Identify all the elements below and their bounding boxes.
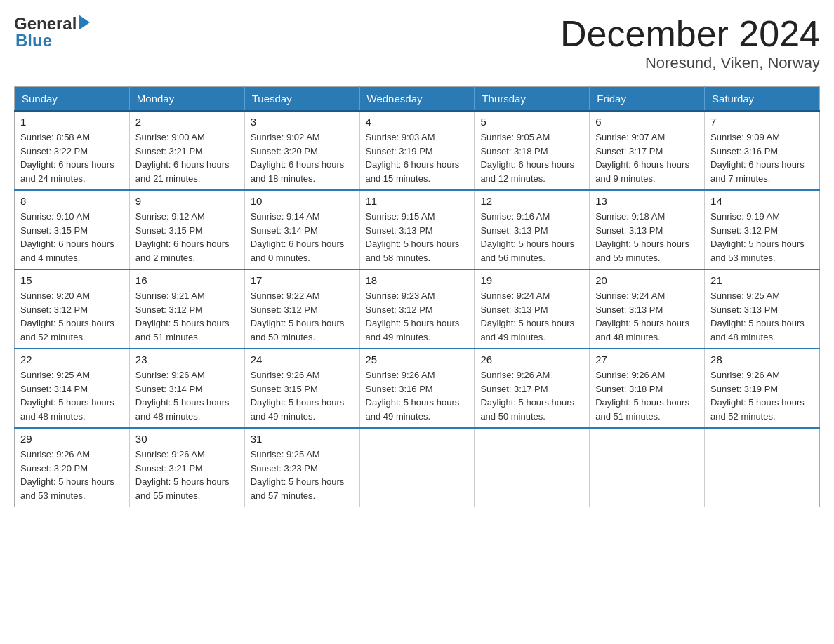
table-row: 14Sunrise: 9:19 AMSunset: 3:12 PMDayligh… [705, 190, 820, 269]
table-row [359, 428, 475, 507]
day-info: Sunrise: 9:07 AMSunset: 3:17 PMDaylight:… [595, 130, 699, 185]
table-row: 10Sunrise: 9:14 AMSunset: 3:14 PMDayligh… [244, 190, 359, 269]
table-row: 9Sunrise: 9:12 AMSunset: 3:15 PMDaylight… [129, 190, 244, 269]
day-number: 25 [366, 354, 469, 365]
table-row: 28Sunrise: 9:26 AMSunset: 3:19 PMDayligh… [705, 349, 820, 428]
day-info: Sunrise: 9:26 AMSunset: 3:20 PMDaylight:… [20, 448, 124, 502]
day-number: 29 [20, 433, 124, 445]
table-row: 16Sunrise: 9:21 AMSunset: 3:12 PMDayligh… [129, 269, 244, 349]
table-row [705, 428, 820, 507]
day-number: 19 [480, 274, 583, 286]
logo: General Blue [14, 14, 90, 51]
table-row: 20Sunrise: 9:24 AMSunset: 3:13 PMDayligh… [590, 269, 705, 349]
day-number: 23 [135, 354, 239, 365]
day-number: 8 [20, 195, 124, 207]
day-info: Sunrise: 9:19 AMSunset: 3:12 PMDaylight:… [710, 210, 814, 264]
day-info: Sunrise: 9:26 AMSunset: 3:17 PMDaylight:… [480, 368, 583, 423]
header-thursday: Thursday [475, 87, 590, 112]
day-info: Sunrise: 9:20 AMSunset: 3:12 PMDaylight:… [20, 289, 124, 344]
day-info: Sunrise: 9:16 AMSunset: 3:13 PMDaylight:… [480, 210, 583, 264]
page-header: General Blue December 2024 Noresund, Vik… [14, 14, 820, 72]
table-row: 3Sunrise: 9:02 AMSunset: 3:20 PMDaylight… [244, 111, 359, 190]
table-row: 23Sunrise: 9:26 AMSunset: 3:14 PMDayligh… [129, 349, 244, 428]
table-row: 29Sunrise: 9:26 AMSunset: 3:20 PMDayligh… [15, 428, 130, 507]
day-info: Sunrise: 9:22 AMSunset: 3:12 PMDaylight:… [251, 289, 354, 344]
day-number: 22 [20, 354, 124, 365]
day-number: 2 [135, 116, 239, 128]
day-info: Sunrise: 9:09 AMSunset: 3:16 PMDaylight:… [710, 130, 814, 185]
day-number: 16 [135, 274, 239, 286]
month-title: December 2024 [560, 14, 820, 54]
header-friday: Friday [590, 87, 705, 112]
table-row: 11Sunrise: 9:15 AMSunset: 3:13 PMDayligh… [359, 190, 475, 269]
day-number: 14 [710, 195, 814, 207]
day-info: Sunrise: 9:24 AMSunset: 3:13 PMDaylight:… [480, 289, 583, 344]
day-info: Sunrise: 9:26 AMSunset: 3:19 PMDaylight:… [710, 368, 814, 423]
day-info: Sunrise: 9:26 AMSunset: 3:18 PMDaylight:… [595, 368, 699, 423]
calendar-table: Sunday Monday Tuesday Wednesday Thursday… [14, 86, 820, 507]
table-row: 5Sunrise: 9:05 AMSunset: 3:18 PMDaylight… [475, 111, 590, 190]
day-number: 12 [480, 195, 583, 207]
table-row [475, 428, 590, 507]
header-wednesday: Wednesday [359, 87, 475, 112]
table-row: 7Sunrise: 9:09 AMSunset: 3:16 PMDaylight… [705, 111, 820, 190]
table-row: 24Sunrise: 9:26 AMSunset: 3:15 PMDayligh… [244, 349, 359, 428]
day-info: Sunrise: 9:26 AMSunset: 3:14 PMDaylight:… [135, 368, 239, 423]
location-title: Noresund, Viken, Norway [560, 54, 820, 72]
day-info: Sunrise: 9:23 AMSunset: 3:12 PMDaylight:… [366, 289, 469, 344]
day-info: Sunrise: 8:58 AMSunset: 3:22 PMDaylight:… [20, 130, 124, 185]
day-info: Sunrise: 9:21 AMSunset: 3:12 PMDaylight:… [135, 289, 239, 344]
day-number: 3 [251, 116, 354, 128]
day-number: 7 [710, 116, 814, 128]
calendar-week-row: 15Sunrise: 9:20 AMSunset: 3:12 PMDayligh… [15, 269, 820, 349]
day-number: 18 [366, 274, 469, 286]
day-info: Sunrise: 9:15 AMSunset: 3:13 PMDaylight:… [366, 210, 469, 264]
day-number: 1 [20, 116, 124, 128]
calendar-week-row: 29Sunrise: 9:26 AMSunset: 3:20 PMDayligh… [15, 428, 820, 507]
day-info: Sunrise: 9:25 AMSunset: 3:14 PMDaylight:… [20, 368, 124, 423]
header-sunday: Sunday [15, 87, 130, 112]
day-number: 17 [251, 274, 354, 286]
day-info: Sunrise: 9:26 AMSunset: 3:16 PMDaylight:… [366, 368, 469, 423]
day-number: 4 [366, 116, 469, 128]
day-number: 9 [135, 195, 239, 207]
day-info: Sunrise: 9:05 AMSunset: 3:18 PMDaylight:… [480, 130, 583, 185]
table-row: 22Sunrise: 9:25 AMSunset: 3:14 PMDayligh… [15, 349, 130, 428]
day-number: 6 [595, 116, 699, 128]
table-row: 30Sunrise: 9:26 AMSunset: 3:21 PMDayligh… [129, 428, 244, 507]
day-info: Sunrise: 9:26 AMSunset: 3:15 PMDaylight:… [251, 368, 354, 423]
table-row: 2Sunrise: 9:00 AMSunset: 3:21 PMDaylight… [129, 111, 244, 190]
table-row: 25Sunrise: 9:26 AMSunset: 3:16 PMDayligh… [359, 349, 475, 428]
table-row: 19Sunrise: 9:24 AMSunset: 3:13 PMDayligh… [475, 269, 590, 349]
header-monday: Monday [129, 87, 244, 112]
calendar-week-row: 22Sunrise: 9:25 AMSunset: 3:14 PMDayligh… [15, 349, 820, 428]
day-number: 21 [710, 274, 814, 286]
calendar-week-row: 8Sunrise: 9:10 AMSunset: 3:15 PMDaylight… [15, 190, 820, 269]
title-block: December 2024 Noresund, Viken, Norway [560, 14, 820, 72]
table-row: 27Sunrise: 9:26 AMSunset: 3:18 PMDayligh… [590, 349, 705, 428]
logo-blue-text: Blue [15, 31, 52, 51]
day-number: 27 [595, 354, 699, 365]
day-number: 10 [251, 195, 354, 207]
header-saturday: Saturday [705, 87, 820, 112]
day-info: Sunrise: 9:14 AMSunset: 3:14 PMDaylight:… [251, 210, 354, 264]
table-row: 6Sunrise: 9:07 AMSunset: 3:17 PMDaylight… [590, 111, 705, 190]
table-row: 31Sunrise: 9:25 AMSunset: 3:23 PMDayligh… [244, 428, 359, 507]
table-row: 17Sunrise: 9:22 AMSunset: 3:12 PMDayligh… [244, 269, 359, 349]
day-number: 13 [595, 195, 699, 207]
table-row: 1Sunrise: 8:58 AMSunset: 3:22 PMDaylight… [15, 111, 130, 190]
day-info: Sunrise: 9:03 AMSunset: 3:19 PMDaylight:… [366, 130, 469, 185]
table-row: 8Sunrise: 9:10 AMSunset: 3:15 PMDaylight… [15, 190, 130, 269]
calendar-header-row: Sunday Monday Tuesday Wednesday Thursday… [15, 87, 820, 112]
calendar-week-row: 1Sunrise: 8:58 AMSunset: 3:22 PMDaylight… [15, 111, 820, 190]
day-number: 30 [135, 433, 239, 445]
day-number: 24 [251, 354, 354, 365]
day-info: Sunrise: 9:18 AMSunset: 3:13 PMDaylight:… [595, 210, 699, 264]
day-info: Sunrise: 9:25 AMSunset: 3:13 PMDaylight:… [710, 289, 814, 344]
day-number: 20 [595, 274, 699, 286]
table-row: 12Sunrise: 9:16 AMSunset: 3:13 PMDayligh… [475, 190, 590, 269]
day-info: Sunrise: 9:25 AMSunset: 3:23 PMDaylight:… [251, 448, 354, 502]
day-number: 31 [251, 433, 354, 445]
day-number: 28 [710, 354, 814, 365]
day-number: 15 [20, 274, 124, 286]
